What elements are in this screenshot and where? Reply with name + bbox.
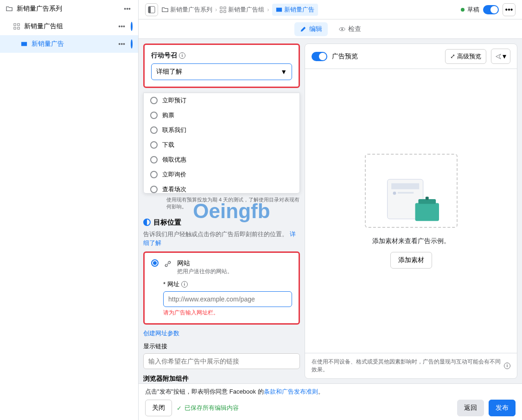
website-card: 网站 把用户送往你的网站。 * 网址 i 请为广告输入网址栏。 (143, 251, 300, 325)
svg-rect-6 (148, 6, 151, 13)
sidebar-item-adgroup[interactable]: 新销量广告组 ••• (0, 18, 138, 35)
svg-rect-10 (224, 10, 226, 12)
breadcrumb: 新销量广告系列 › 新销量广告组 › 新销量广告 (162, 4, 318, 16)
chevron-down-icon: ▼ (280, 68, 287, 75)
enable-toggle[interactable] (483, 5, 499, 14)
collapse-sidebar-button[interactable] (145, 3, 158, 16)
website-desc: 把用户送往你的网站。 (177, 268, 292, 276)
more-icon[interactable]: ••• (116, 23, 127, 30)
preview-title: 广告预览 (332, 52, 358, 61)
cta-select[interactable]: 详细了解 ▼ (151, 63, 292, 80)
add-asset-button[interactable]: 添加素材 (390, 252, 432, 269)
folder-icon (6, 5, 13, 13)
advanced-preview-button[interactable]: ⤢ 高级预览 (445, 49, 486, 64)
sidebar-label: 新销量广告 (32, 40, 113, 48)
svg-point-13 (341, 28, 343, 30)
preview-placeholder-text: 添加素材来查看广告示例。 (372, 237, 450, 245)
svg-rect-19 (397, 192, 413, 193)
svg-rect-9 (220, 10, 222, 12)
cta-option-contact[interactable]: 联系我们 (144, 123, 299, 138)
check-icon: ✓ (177, 405, 182, 412)
cta-option-ticket[interactable]: 购票 (144, 108, 299, 123)
preview-toggle[interactable] (312, 52, 327, 61)
more-menu-button[interactable]: ••• (503, 3, 516, 16)
url-input[interactable] (163, 291, 292, 307)
eye-icon (339, 26, 345, 32)
sidebar-item-campaign[interactable]: 新销量广告系列 ••• (0, 0, 138, 18)
ad-icon (20, 40, 28, 48)
cta-option-offer[interactable]: 领取优惠 (144, 152, 299, 167)
svg-rect-7 (220, 6, 222, 8)
svg-rect-2 (14, 27, 16, 29)
tab-edit[interactable]: 编辑 (294, 22, 328, 36)
status-dot-icon (461, 8, 465, 12)
cta-hint: 使用现有预算投放为期 4 天的测试，了解使用目录对表现有何影响。 (143, 196, 300, 211)
top-bar: 新销量广告系列 › 新销量广告组 › 新销量广告 草稿 ••• (139, 0, 522, 19)
sidebar: 新销量广告系列 ••• 新销量广告组 ••• 新销量广告 ••• (0, 0, 139, 420)
destination-desc: 告诉我们用户轻触或点击你的广告后即刻前往的位置。 详细了解 (143, 230, 300, 248)
cta-card: 行动号召 i 详细了解 ▼ (143, 44, 300, 88)
cta-option-download[interactable]: 下载 (144, 138, 299, 152)
grid-icon (13, 23, 20, 30)
chevron-right-icon: › (215, 6, 217, 13)
more-icon[interactable]: ••• (116, 40, 127, 48)
info-icon[interactable]: i (181, 281, 188, 288)
display-link-label: 显示链接 (143, 342, 300, 351)
half-circle-icon (131, 23, 133, 30)
svg-rect-20 (415, 203, 439, 221)
cta-option-showtimes[interactable]: 查看场次 (144, 182, 299, 194)
terms-link[interactable]: 条款和广告发布准则 (264, 388, 318, 395)
info-icon[interactable]: i (179, 52, 185, 59)
tab-inspect[interactable]: 检查 (333, 22, 367, 36)
footer-bar: 点击"发布"按钮，即表明你同意 Facebook 的条款和广告发布准则。 关闭 … (139, 383, 522, 420)
chevron-right-icon: › (267, 6, 269, 13)
breadcrumb-campaign[interactable]: 新销量广告系列 (162, 6, 212, 14)
half-circle-icon (143, 219, 151, 226)
cta-option-book[interactable]: 立即预订 (144, 93, 299, 108)
expand-icon: ⤢ (450, 53, 455, 60)
svg-rect-4 (21, 42, 27, 46)
sidebar-label: 新销量广告系列 (17, 5, 118, 13)
sidebar-label: 新销量广告组 (24, 22, 113, 31)
back-button[interactable]: 返回 (457, 400, 484, 416)
website-radio[interactable] (151, 259, 159, 267)
breadcrumb-ad[interactable]: 新销量广告 (272, 4, 318, 16)
preview-panel: 广告预览 ⤢ 高级预览 ▾ (305, 44, 517, 379)
info-icon[interactable]: i (504, 363, 510, 369)
breadcrumb-adgroup[interactable]: 新销量广告组 (220, 6, 264, 14)
destination-title: 目标位置 (143, 218, 300, 227)
close-button[interactable]: 关闭 (145, 400, 172, 416)
cta-label: 行动号召 i (151, 51, 292, 60)
url-label: * 网址 i (163, 280, 292, 288)
half-circle-icon (131, 40, 133, 48)
cta-dropdown: 立即预订 购票 联系我们 下载 领取优惠 立即询价 查看场次 详细了解 (143, 93, 300, 194)
svg-rect-1 (18, 24, 19, 25)
svg-rect-22 (425, 196, 428, 200)
cta-option-quote[interactable]: 立即询价 (144, 167, 299, 182)
share-button[interactable]: ▾ (491, 49, 510, 64)
publish-button[interactable]: 发布 (489, 400, 516, 416)
svg-rect-0 (14, 24, 16, 25)
display-link-input[interactable] (143, 353, 300, 369)
status-badge: 草稿 (461, 6, 479, 14)
more-icon[interactable]: ••• (122, 5, 133, 13)
website-title: 网站 (177, 259, 292, 268)
sidebar-item-ad[interactable]: 新销量广告 ••• (0, 35, 138, 53)
svg-rect-3 (18, 27, 19, 29)
chevron-down-icon: ▾ (503, 52, 506, 61)
create-params-link[interactable]: 创建网址参数 (143, 329, 300, 338)
svg-rect-8 (224, 6, 226, 8)
svg-rect-17 (391, 183, 419, 189)
svg-rect-11 (276, 7, 282, 12)
addon-title: 浏览器附加组件 (143, 375, 300, 383)
saved-status: ✓ 已保存所有编辑内容 (177, 404, 239, 412)
pencil-icon (300, 26, 306, 32)
share-icon (495, 53, 502, 60)
form-panel: Oeingfb 行动号召 i 详细了解 ▼ 立即预订 购票 联 (139, 39, 305, 383)
link-icon (163, 259, 172, 269)
svg-point-18 (393, 191, 396, 194)
preview-footer: 在使用不同设备、格式或受其他因素影响时，广告的显现与互动可能会有不同效果。 i (305, 353, 517, 378)
url-error: 请为广告输入网址栏。 (163, 309, 292, 317)
footer-disclaimer: 点击"发布"按钮，即表明你同意 Facebook 的条款和广告发布准则。 (145, 388, 516, 396)
tabs: 编辑 检查 (139, 19, 522, 39)
